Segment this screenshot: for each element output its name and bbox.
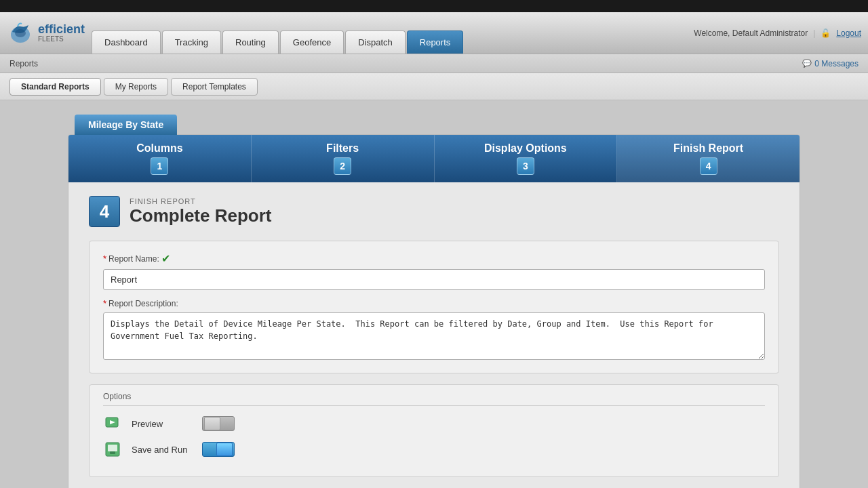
report-desc-textarea[interactable]: Displays the Detail of Device Mileage Pe… (103, 312, 765, 360)
messages-link[interactable]: 0 Messages (814, 59, 859, 68)
step-number-box: 4 (89, 196, 120, 227)
nav-geofence[interactable]: Geofence (280, 30, 344, 54)
breadcrumb-bar: Reports 💬 0 Messages (0, 54, 868, 73)
main-nav: Dashboard Tracking Routing Geofence Disp… (92, 12, 694, 54)
nav-dispatch[interactable]: Dispatch (345, 30, 406, 54)
report-title: Mileage By State (75, 115, 177, 135)
top-black-bar (0, 0, 868, 12)
welcome-text: Welcome, Default Administrator (694, 28, 808, 38)
logout-link[interactable]: Logout (836, 28, 861, 38)
wizard-step-display[interactable]: Display Options 3 (435, 135, 618, 182)
wizard-step-num-4: 4 (700, 157, 717, 175)
step-label: FINISH REPORT (130, 197, 271, 205)
subtab-bar: Standard Reports My Reports Report Templ… (0, 73, 868, 100)
nav-dashboard[interactable]: Dashboard (92, 30, 161, 54)
wizard-step-filters[interactable]: Filters 2 (252, 135, 435, 182)
subtab-standard-reports[interactable]: Standard Reports (9, 78, 101, 96)
wizard-filters-label: Filters (326, 142, 359, 155)
wizard-finish-label: Finish Report (673, 142, 743, 155)
nav-routing[interactable]: Routing (222, 30, 279, 54)
app-header: efficient FLEETS Dashboard Tracking Rout… (0, 12, 868, 54)
message-icon: 💬 (802, 59, 812, 68)
wizard-step-num-3: 3 (517, 157, 534, 175)
svg-rect-5 (108, 445, 117, 451)
wizard-step-num-1: 1 (151, 157, 168, 175)
svg-point-1 (15, 29, 26, 37)
report-desc-label-container: * Report Description: (103, 298, 765, 308)
report-container: Columns 1 Filters 2 Display Options 3 Fi… (68, 134, 800, 488)
report-name-input[interactable] (103, 269, 765, 290)
report-title-tab: Mileage By State (68, 114, 800, 134)
subtab-report-templates[interactable]: Report Templates (171, 78, 258, 96)
logo-sub: FLEETS (38, 35, 85, 43)
step-title: Complete Report (130, 205, 271, 226)
preview-icon (103, 414, 122, 433)
wizard-display-label: Display Options (484, 142, 567, 155)
logo-text: efficient (38, 22, 85, 36)
svg-rect-6 (110, 451, 115, 454)
save-run-toggle[interactable] (202, 442, 235, 457)
save-run-label: Save and Run (132, 445, 193, 455)
preview-label: Preview (132, 419, 193, 429)
wizard-step-finish[interactable]: Finish Report 4 (617, 135, 800, 182)
logo-container: efficient FLEETS (7, 20, 85, 47)
report-body: 4 FINISH REPORT Complete Report * Report… (68, 182, 800, 488)
save-run-icon (103, 440, 122, 459)
logout-icon: 🔓 (821, 28, 831, 38)
wizard-step-num-2: 2 (334, 157, 351, 175)
form-section: * Report Name: ✔ * Report Description: D… (89, 241, 779, 373)
step-header: 4 FINISH REPORT Complete Report (89, 196, 779, 227)
wizard-columns-label: Columns (136, 142, 182, 155)
options-section: Options Preview (89, 384, 779, 477)
preview-toggle[interactable] (202, 416, 235, 431)
main-content: Mileage By State Columns 1 Filters 2 Dis… (0, 100, 868, 488)
check-icon: ✔ (161, 252, 170, 265)
options-legend: Options (103, 392, 765, 406)
step-title-area: FINISH REPORT Complete Report (130, 197, 271, 226)
header-right: Welcome, Default Administrator | 🔓 Logou… (694, 28, 861, 38)
save-run-option-row: Save and Run (103, 440, 765, 459)
report-name-label: Report Name: (108, 254, 159, 264)
breadcrumb: Reports (9, 59, 38, 68)
preview-option-row: Preview (103, 414, 765, 433)
wizard-step-columns[interactable]: Columns 1 (68, 135, 252, 182)
subtab-my-reports[interactable]: My Reports (104, 78, 168, 96)
nav-tracking[interactable]: Tracking (162, 30, 221, 54)
nav-reports[interactable]: Reports (407, 30, 464, 54)
required-star-name: * (103, 253, 106, 264)
report-desc-label: Report Description: (108, 299, 178, 308)
report-name-label-container: * Report Name: ✔ (103, 252, 765, 265)
required-star-desc: * (103, 298, 106, 308)
logo-icon (7, 20, 34, 47)
wizard-bar: Columns 1 Filters 2 Display Options 3 Fi… (68, 135, 800, 182)
